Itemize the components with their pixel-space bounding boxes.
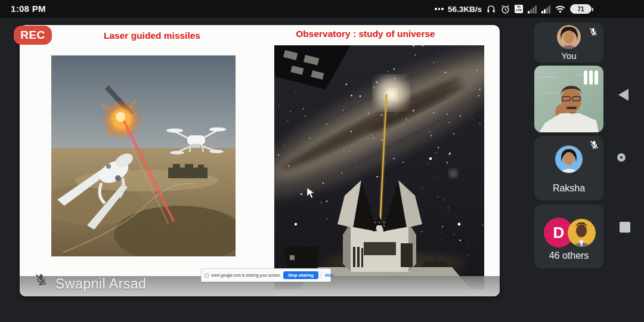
share-message: meet.google.com is sharing your screen. xyxy=(211,273,281,277)
notification-dots-icon xyxy=(435,8,444,10)
android-back-button[interactable] xyxy=(618,89,628,101)
mic-off-icon xyxy=(589,140,599,152)
participant-label: You xyxy=(534,51,603,61)
presenter-name: Swapnil Arsad xyxy=(55,276,146,292)
volte-icon: VoLTE xyxy=(515,5,523,13)
participant-tile-video[interactable] xyxy=(534,66,603,132)
wifi-icon xyxy=(555,4,566,14)
signal-sim2-icon xyxy=(541,5,550,14)
participant-tile-others[interactable]: D 46 others xyxy=(534,205,603,268)
mic-off-icon xyxy=(589,27,598,39)
alarm-icon xyxy=(500,4,510,14)
overflow-avatar-photo xyxy=(568,219,596,247)
battery-icon: 71 xyxy=(570,4,592,14)
status-bar: 1:08 PM 56.3KB/s VoLTE xyxy=(0,0,644,18)
slide-title-right: Observatory : study of universe xyxy=(267,29,464,39)
android-recents-button[interactable] xyxy=(620,222,630,233)
participant-label: Raksha xyxy=(534,183,603,194)
audio-activity-icon xyxy=(584,70,598,85)
avatar xyxy=(555,145,583,173)
mic-off-icon xyxy=(34,273,48,289)
cast-icon xyxy=(205,274,209,277)
hide-banner-button[interactable]: Hide xyxy=(321,272,336,278)
android-home-button[interactable] xyxy=(617,153,626,162)
meet-call-screen: 1:08 PM 56.3KB/s VoLTE xyxy=(0,0,644,322)
signal-sim1-icon xyxy=(527,5,537,14)
observatory-image xyxy=(274,45,484,289)
participant-tile-you[interactable]: You xyxy=(534,23,603,63)
participant-label: 46 others xyxy=(534,250,603,261)
network-speed: 56.3KB/s xyxy=(448,5,482,14)
stop-sharing-button[interactable]: Stop sharing xyxy=(283,271,318,279)
clock: 1:08 PM xyxy=(11,4,46,14)
headset-icon xyxy=(486,4,496,14)
status-icons: 56.3KB/s VoLTE xyxy=(435,0,592,18)
screen-share-banner: meet.google.com is sharing your screen. … xyxy=(201,268,331,282)
laser-missiles-image xyxy=(51,55,236,256)
recording-badge: REC xyxy=(14,26,52,45)
slide-title-left: Laser guided missiles xyxy=(57,30,247,41)
shared-screen-tile[interactable]: Laser guided missiles Observatory : stud… xyxy=(20,25,500,296)
avatar xyxy=(557,25,581,49)
participant-tile-raksha[interactable]: Raksha xyxy=(534,136,603,200)
